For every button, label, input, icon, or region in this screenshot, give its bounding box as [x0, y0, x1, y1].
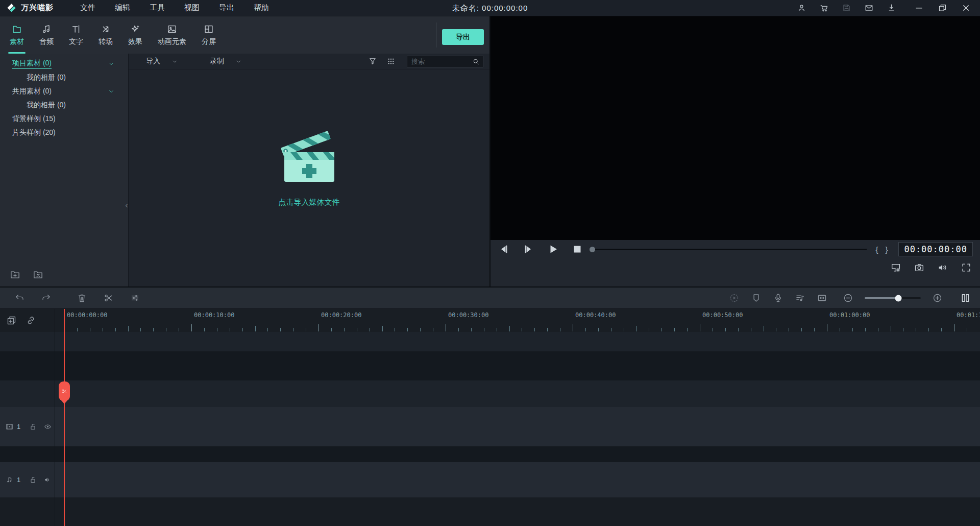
search-icon[interactable]: [472, 58, 480, 65]
topbar-actions: [797, 3, 980, 13]
link-icon[interactable]: [26, 315, 36, 326]
video-track-icon: [5, 422, 14, 431]
tree-item-intro-samples[interactable]: 片头样例 (20): [0, 126, 128, 139]
tab-label: 动画元素: [158, 37, 186, 46]
display-settings-icon[interactable]: [890, 262, 901, 273]
export-button[interactable]: 导出: [442, 29, 484, 45]
tree-item-my-album-1[interactable]: 我的相册 (0): [0, 70, 128, 84]
lock-open-icon[interactable]: [29, 475, 37, 484]
properties-icon[interactable]: [130, 293, 140, 303]
grid-view-icon[interactable]: [386, 57, 396, 66]
volume-icon[interactable]: [937, 262, 948, 273]
prev-frame-icon[interactable]: [498, 243, 510, 255]
play-icon[interactable]: [547, 243, 559, 255]
ruler-tick: [738, 328, 739, 331]
timeline-toolbar: [0, 286, 980, 309]
search-input[interactable]: [411, 58, 472, 65]
video-track-number: 1: [17, 423, 20, 431]
media-empty-state[interactable]: 点击导入媒体文件: [129, 69, 489, 286]
timeline-view-tools: [729, 293, 980, 303]
snapshot-icon[interactable]: [914, 262, 925, 273]
media-library-panel: 素材 音频 文字 转场 效果 动画元素: [0, 16, 491, 286]
menu-help[interactable]: 帮助: [254, 3, 269, 13]
tab-media[interactable]: 素材: [2, 16, 32, 54]
lock-open-icon[interactable]: [29, 422, 37, 431]
tree-item-my-album-2[interactable]: 我的相册 (0): [0, 98, 128, 112]
stop-icon[interactable]: [571, 243, 583, 255]
playhead-handle[interactable]: [59, 381, 70, 401]
tree-item-project-media[interactable]: 项目素材 (0): [0, 57, 128, 70]
new-folder-icon[interactable]: [9, 269, 21, 280]
mark-in-icon[interactable]: {: [875, 245, 878, 254]
ruler-tick: [509, 326, 510, 331]
chevron-down-icon[interactable]: [108, 88, 115, 95]
quick-split-scissors-icon: [61, 388, 67, 394]
tab-text[interactable]: 文字: [61, 16, 91, 54]
mark-out-icon[interactable]: }: [885, 245, 888, 254]
timeline-band: [0, 497, 980, 526]
ruler-tick: [751, 328, 751, 331]
add-to-track-icon[interactable]: [6, 315, 17, 326]
tab-transitions[interactable]: 转场: [91, 16, 120, 54]
audio-mixer-icon[interactable]: [795, 293, 805, 303]
record-dropdown[interactable]: 录制: [210, 57, 242, 66]
menu-view[interactable]: 视图: [184, 3, 200, 13]
tree-item-shared-media[interactable]: 共用素材 (0): [0, 84, 128, 98]
menu-edit[interactable]: 编辑: [115, 3, 130, 13]
import-dropdown[interactable]: 导入: [146, 57, 178, 66]
menu-file[interactable]: 文件: [80, 3, 95, 13]
scrubber-track[interactable]: [595, 249, 867, 250]
zoom-out-icon[interactable]: [843, 293, 853, 303]
scrubber-handle[interactable]: [590, 247, 595, 252]
menu-tools[interactable]: 工具: [150, 3, 165, 13]
zoom-slider-knob[interactable]: [895, 295, 902, 301]
menu-bar: 文件 编辑 工具 视图 导出 帮助: [80, 3, 269, 13]
user-icon[interactable]: [797, 3, 806, 13]
filter-icon[interactable]: [368, 57, 377, 66]
ruler-tick: [140, 328, 141, 331]
delete-folder-icon[interactable]: [32, 269, 44, 280]
fx-star-icon: [130, 23, 141, 35]
search-box[interactable]: [407, 56, 483, 67]
track-volume-icon[interactable]: [43, 475, 52, 484]
minimize-icon[interactable]: [914, 3, 924, 13]
tab-effects[interactable]: 效果: [120, 16, 150, 54]
next-frame-icon[interactable]: [522, 243, 534, 255]
tab-elements[interactable]: 动画元素: [150, 16, 194, 54]
undo-icon[interactable]: [14, 293, 25, 303]
menu-export[interactable]: 导出: [219, 3, 234, 13]
playhead-line[interactable]: [64, 309, 65, 526]
ruler-tick: [242, 328, 243, 331]
record-voiceover-icon[interactable]: [773, 293, 783, 303]
tree-item-background-samples[interactable]: 背景样例 (15): [0, 112, 128, 126]
split-icon[interactable]: [103, 293, 114, 303]
chevron-down-icon[interactable]: [108, 60, 115, 67]
restore-icon[interactable]: [938, 3, 947, 13]
marker-icon[interactable]: [751, 293, 762, 303]
tab-splitscreen[interactable]: 分屏: [194, 16, 224, 54]
audio-track-lane[interactable]: [0, 462, 980, 497]
preview-screen[interactable]: [491, 16, 980, 240]
timeline-ruler[interactable]: 00:00:00:0000:00:10:0000:00:20:0000:00:3…: [0, 309, 980, 333]
dual-view-icon[interactable]: [960, 293, 971, 303]
delete-icon[interactable]: [77, 293, 87, 303]
download-icon[interactable]: [887, 3, 896, 13]
timeline-corner-tools: [6, 315, 36, 326]
cart-icon[interactable]: [819, 3, 829, 13]
fullscreen-icon[interactable]: [961, 262, 972, 273]
video-track-lane[interactable]: [0, 407, 980, 446]
save-icon: [842, 3, 851, 13]
tab-audio[interactable]: 音频: [32, 16, 61, 54]
preview-scrubber[interactable]: [590, 247, 867, 252]
redo-icon[interactable]: [41, 293, 52, 303]
close-icon[interactable]: [961, 3, 971, 13]
collapse-panel-icon[interactable]: ‹: [125, 201, 128, 209]
track-header-divider: [55, 309, 55, 526]
import-hint-text[interactable]: 点击导入媒体文件: [279, 198, 340, 207]
ruler-label: 00:01:00:00: [829, 312, 870, 319]
fit-timeline-icon[interactable]: [817, 293, 827, 303]
mail-icon[interactable]: [864, 3, 874, 13]
zoom-in-icon[interactable]: [932, 293, 943, 303]
timeline-zoom-slider[interactable]: [865, 297, 921, 299]
visibility-icon[interactable]: [43, 422, 52, 431]
